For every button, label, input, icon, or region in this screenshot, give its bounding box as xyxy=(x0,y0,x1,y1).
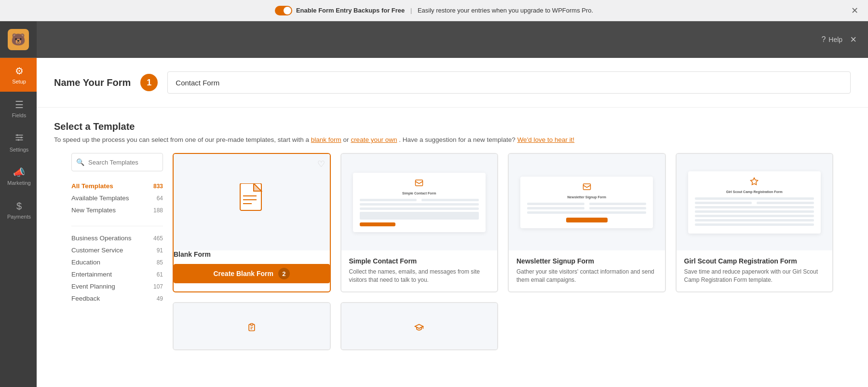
simple-contact-desc: Collect the names, emails, and messages … xyxy=(349,268,490,285)
sidebar-item-payments[interactable]: $ Payments xyxy=(0,193,37,227)
sidebar-logo: 🐻 xyxy=(0,21,37,58)
filter-cat-education[interactable]: Education 85 xyxy=(71,256,163,268)
help-circle-icon: ? xyxy=(821,35,826,44)
templates-grid-wrap: ♡ xyxy=(173,153,833,362)
sidebar-item-fields[interactable]: ☰ Fields xyxy=(0,92,37,125)
sidebar-item-fields-label: Fields xyxy=(12,112,26,118)
girl-scout-mini-title: Girl Scout Camp Registration Form xyxy=(695,190,814,194)
girl-scout-info: Girl Scout Camp Registration Form Save t… xyxy=(677,250,833,291)
newsletter-mini-title: Newsletter Signup Form xyxy=(527,195,646,199)
svg-point-5 xyxy=(17,139,19,140)
simple-contact-preview: Simple Contact Form xyxy=(341,154,498,250)
girl-scout-preview: Girl Scout Camp Registration Form xyxy=(677,154,833,250)
form-name-section: Name Your Form 1 xyxy=(37,58,868,108)
filter-cat-feedback[interactable]: Feedback 49 xyxy=(71,292,163,304)
blank-form-link[interactable]: blank form xyxy=(311,136,341,143)
sidebar-item-payments-label: Payments xyxy=(7,214,31,220)
close-icon: × xyxy=(850,33,856,45)
help-button[interactable]: ? Help xyxy=(821,35,842,44)
close-button[interactable]: × xyxy=(850,33,856,46)
templates-grid: ♡ xyxy=(173,153,833,362)
select-template-section: Select a Template To speed up the proces… xyxy=(37,108,868,362)
svg-rect-12 xyxy=(250,323,253,325)
girl-scout-desc: Save time and reduce paperwork with our … xyxy=(684,268,825,285)
sidebar-item-marketing[interactable]: 📣 Marketing xyxy=(0,159,37,193)
simple-contact-mini-title: Simple Contact Form xyxy=(360,192,479,195)
filter-cat-customer[interactable]: Customer Service 91 xyxy=(71,244,163,256)
suggest-link[interactable]: We'd love to hear it! xyxy=(517,136,575,143)
mini-form-simple-contact: Simple Contact Form xyxy=(353,173,486,232)
blank-card-title: Blank Form xyxy=(174,250,330,258)
payments-icon: $ xyxy=(16,201,22,212)
filter-panel: 🔍 All Templates 833 Available Templates … xyxy=(71,153,173,362)
setup-icon: ⚙ xyxy=(15,65,24,77)
partial-1-preview xyxy=(174,303,330,350)
wpforms-logo: 🐻 xyxy=(8,29,29,50)
blank-form-icon xyxy=(238,183,265,221)
girl-scout-title: Girl Scout Camp Registration Form xyxy=(684,257,825,265)
filter-cat-entertainment[interactable]: Entertainment 61 xyxy=(71,268,163,280)
select-template-title: Select a Template xyxy=(54,121,851,132)
filter-new-templates[interactable]: New Templates 188 xyxy=(71,204,163,216)
template-card-partial-1[interactable] xyxy=(173,302,331,350)
svg-point-4 xyxy=(20,137,22,138)
create-blank-label: Create Blank Form xyxy=(214,270,273,277)
mini-form-girl-scout: Girl Scout Camp Registration Form xyxy=(688,171,821,234)
newsletter-title: Newsletter Signup Form xyxy=(516,257,657,265)
fields-icon: ☰ xyxy=(15,99,24,111)
backup-toggle[interactable] xyxy=(275,6,292,15)
filter-available-templates[interactable]: Available Templates 64 xyxy=(71,192,163,204)
sidebar-nav: 🐻 ⚙ Setup ☰ Fields Settings xyxy=(0,21,37,387)
template-card-blank[interactable]: ♡ xyxy=(173,153,331,292)
step-2-badge: 2 xyxy=(278,268,290,279)
blank-card-preview: ♡ xyxy=(174,154,330,250)
notif-text: Enable Form Entry Backups for Free | Eas… xyxy=(296,7,593,14)
mini-form-newsletter: Newsletter Signup Form xyxy=(520,177,653,228)
svg-rect-11 xyxy=(583,184,590,190)
filter-divider xyxy=(71,226,163,226)
sidebar-item-setup-label: Setup xyxy=(12,79,26,84)
top-header: ? Help × xyxy=(37,21,868,58)
newsletter-info: Newsletter Signup Form Gather your site … xyxy=(509,250,665,291)
favorite-icon-blank[interactable]: ♡ xyxy=(317,159,325,169)
filter-cat-business[interactable]: Business Operations 465 xyxy=(71,232,163,244)
select-template-desc: To speed up the process you can select f… xyxy=(54,136,851,143)
step-1-badge: 1 xyxy=(140,74,158,91)
filter-group-categories: Business Operations 465 Customer Service… xyxy=(71,232,163,304)
template-card-simple-contact[interactable]: Simple Contact Form xyxy=(340,153,499,292)
svg-rect-10 xyxy=(416,180,423,186)
notif-close-icon[interactable]: ✕ xyxy=(851,5,858,16)
sidebar-item-settings[interactable]: Settings xyxy=(0,125,37,159)
template-card-newsletter[interactable]: Newsletter Signup Form xyxy=(508,153,666,292)
newsletter-preview: Newsletter Signup Form xyxy=(509,154,665,250)
svg-point-3 xyxy=(16,134,18,136)
partial-2-preview xyxy=(341,303,498,350)
template-card-partial-2[interactable] xyxy=(340,302,499,350)
search-icon: 🔍 xyxy=(76,158,84,166)
form-name-label: Name Your Form xyxy=(54,77,131,88)
create-own-link[interactable]: create your own xyxy=(351,136,397,143)
sidebar-item-settings-label: Settings xyxy=(10,147,29,152)
blank-card-bottom: Blank Form Create Blank Form 2 xyxy=(174,250,330,283)
template-card-girl-scout[interactable]: Girl Scout Camp Registration Form xyxy=(676,153,834,292)
main-content: Name Your Form 1 Select a Template To sp… xyxy=(37,58,868,387)
sidebar-item-setup[interactable]: ⚙ Setup xyxy=(0,58,37,92)
newsletter-desc: Gather your site visitors' contact infor… xyxy=(516,268,657,285)
filter-cat-event[interactable]: Event Planning 107 xyxy=(71,280,163,292)
notification-bar: Enable Form Entry Backups for Free | Eas… xyxy=(0,0,868,21)
filter-all-templates[interactable]: All Templates 833 xyxy=(71,180,163,192)
templates-layout: 🔍 All Templates 833 Available Templates … xyxy=(54,153,851,362)
filter-group-main: All Templates 833 Available Templates 64… xyxy=(71,180,163,216)
search-input[interactable] xyxy=(71,153,163,171)
settings-icon xyxy=(14,133,24,145)
simple-contact-info: Simple Contact Form Collect the names, e… xyxy=(341,250,498,291)
simple-contact-title: Simple Contact Form xyxy=(349,257,490,265)
marketing-icon: 📣 xyxy=(13,166,25,178)
create-blank-button[interactable]: Create Blank Form 2 xyxy=(174,264,330,283)
form-name-input[interactable] xyxy=(167,71,851,94)
sidebar-item-marketing-label: Marketing xyxy=(7,180,30,186)
search-wrap: 🔍 xyxy=(71,153,163,171)
help-label: Help xyxy=(828,36,842,43)
